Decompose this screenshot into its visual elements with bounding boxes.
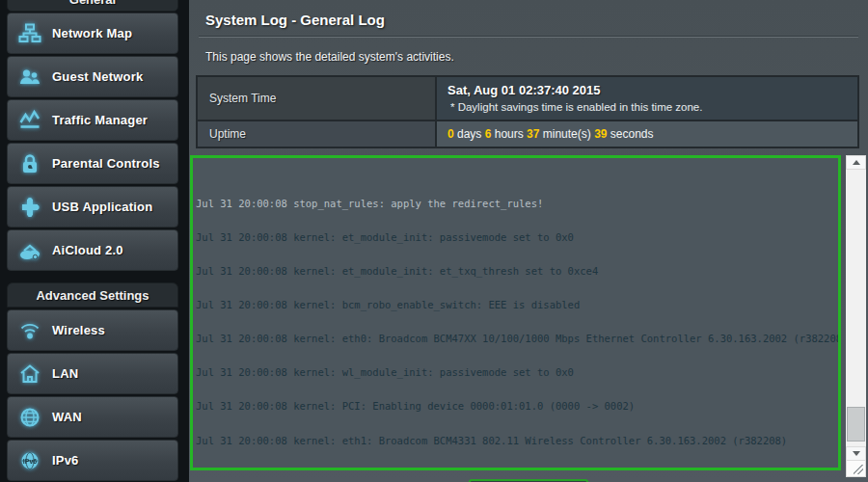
system-time-value: Sat, Aug 01 02:37:40 2015 — [448, 83, 847, 97]
sidebar-item-label: Network Map — [52, 26, 132, 40]
uptime-value-cell: 0 days 6 hours 37 minute(s) 39 seconds — [437, 121, 857, 147]
uptime-label: Uptime — [198, 121, 437, 147]
sidebar-item-parental-controls[interactable]: Parental Controls — [7, 143, 178, 184]
sidebar-item-label: Wireless — [52, 323, 105, 337]
sidebar-item-usb-application[interactable]: USB Application — [7, 186, 178, 228]
log-line: Jul 31 20:00:08 kernel: et_module_init: … — [196, 232, 835, 244]
wireless-icon — [8, 319, 52, 342]
daylight-savings-note: * Daylight savings time is enabled in th… — [448, 101, 847, 113]
sidebar-item-traffic-manager[interactable]: Traffic Manager — [7, 99, 178, 141]
arrow-down-icon — [853, 451, 860, 456]
sidebar-item-lan[interactable]: LAN — [7, 353, 178, 394]
system-time-row: System Time Sat, Aug 01 02:37:40 2015 * … — [198, 77, 857, 120]
log-line: Jul 31 20:00:08 stop_nat_rules: apply th… — [196, 199, 835, 210]
scrollbar-up-button[interactable] — [846, 155, 866, 170]
arrow-up-icon — [853, 160, 860, 165]
sidebar-item-label: LAN — [52, 366, 78, 381]
page-title: System Log - General Log — [189, 0, 868, 37]
system-log-textarea[interactable]: Jul 31 20:00:08 stop_nat_rules: apply th… — [190, 155, 841, 470]
sidebar-item-label: WAN — [52, 410, 82, 424]
wan-icon — [8, 406, 52, 429]
uptime-value: 0 days 6 hours 37 minute(s) 39 seconds — [448, 127, 654, 141]
sidebar-section-general: General — [7, 0, 178, 12]
sidebar-item-label: IPv6 — [52, 453, 79, 468]
usb-application-icon — [8, 196, 52, 219]
system-time-value-cell: Sat, Aug 01 02:37:40 2015 * Daylight sav… — [437, 77, 857, 120]
traffic-manager-icon — [8, 109, 52, 132]
log-line: Jul 31 20:00:08 kernel: wl_module_init: … — [196, 367, 835, 379]
log-area: Jul 31 20:00:08 stop_nat_rules: apply th… — [190, 155, 866, 477]
sidebar-item-label: Guest Network — [52, 69, 143, 84]
guest-network-icon — [8, 66, 52, 89]
sidebar-item-guest-network[interactable]: Guest Network — [7, 56, 178, 97]
system-time-label: System Time — [198, 77, 437, 120]
parental-controls-icon — [8, 152, 52, 175]
sidebar-section-general-label: General — [69, 0, 116, 7]
sidebar-item-wireless[interactable]: Wireless — [7, 309, 178, 351]
page-description: This page shows the detailed system's ac… — [189, 38, 868, 75]
textarea-resize-grip[interactable] — [846, 461, 866, 477]
network-map-icon — [8, 22, 52, 45]
log-line: Jul 31 20:00:08 kernel: et_module_init: … — [196, 266, 835, 278]
sidebar: General Network Map Guest Network Traffi… — [7, 0, 178, 482]
scrollbar-down-button[interactable] — [846, 446, 866, 461]
sidebar-item-network-map[interactable]: Network Map — [7, 13, 178, 54]
aicloud-icon — [8, 239, 52, 262]
sidebar-section-advanced: Advanced Settings — [7, 282, 178, 308]
system-info-table: System Time Sat, Aug 01 02:37:40 2015 * … — [196, 75, 859, 148]
log-line: Jul 31 20:00:08 kernel: PCI: Enabling de… — [196, 469, 835, 470]
log-scrollbar[interactable] — [846, 155, 866, 477]
sidebar-item-label: Traffic Manager — [52, 113, 148, 127]
lan-icon — [8, 362, 52, 386]
sidebar-item-ipv6[interactable]: IPv6 IPv6 — [7, 440, 178, 481]
main-panel: System Log - General Log This page shows… — [189, 0, 868, 482]
sidebar-item-label: Parental Controls — [52, 156, 160, 171]
log-line: Jul 31 20:00:08 kernel: bcm_robo_enable_… — [196, 300, 835, 311]
sidebar-section-advanced-label: Advanced Settings — [36, 288, 149, 303]
scrollbar-track[interactable] — [846, 170, 866, 446]
log-line: Jul 31 20:00:08 kernel: eth0: Broadcom B… — [196, 334, 835, 345]
svg-text:IPv6: IPv6 — [23, 457, 38, 464]
scrollbar-thumb[interactable] — [847, 407, 865, 442]
log-line: Jul 31 20:00:08 kernel: PCI: Enabling de… — [196, 401, 835, 413]
sidebar-item-label: AiCloud 2.0 — [52, 243, 123, 257]
sidebar-item-aicloud[interactable]: AiCloud 2.0 — [7, 229, 178, 271]
log-line: Jul 31 20:00:08 kernel: eth1: Broadcom B… — [196, 436, 835, 447]
uptime-row: Uptime 0 days 6 hours 37 minute(s) 39 se… — [198, 120, 857, 147]
log-lines: Jul 31 20:00:08 stop_nat_rules: apply th… — [196, 175, 835, 470]
sidebar-item-label: USB Application — [52, 200, 152, 214]
sidebar-item-wan[interactable]: WAN — [7, 396, 178, 438]
ipv6-icon: IPv6 — [8, 449, 52, 472]
